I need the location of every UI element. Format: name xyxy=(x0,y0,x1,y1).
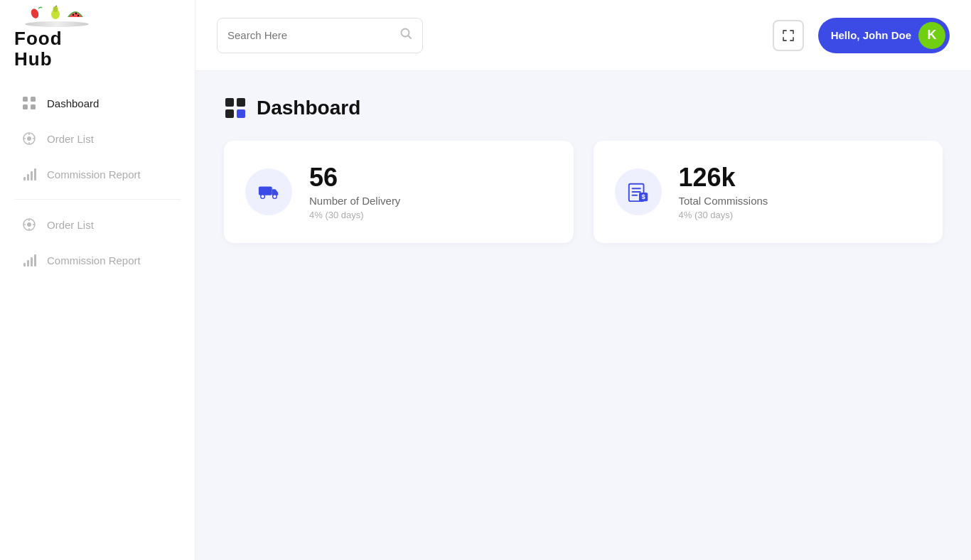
svg-point-0 xyxy=(30,8,40,20)
pear-icon xyxy=(48,4,63,20)
svg-point-5 xyxy=(77,15,79,16)
delivery-value: 56 xyxy=(309,163,400,192)
logo-plate xyxy=(25,21,89,27)
logo-fruits xyxy=(29,4,85,20)
svg-point-3 xyxy=(73,14,74,16)
svg-point-38 xyxy=(273,195,277,199)
search-input[interactable] xyxy=(227,29,392,41)
delivery-stat-info: 56 Number of Delivery 4% (30 days) xyxy=(309,163,400,220)
sidebar-item-label: Commission Report xyxy=(47,254,141,266)
svg-point-2 xyxy=(53,6,58,12)
delivery-truck-icon xyxy=(257,181,280,203)
commissions-sub: 4% (30 days) xyxy=(679,210,768,220)
svg-rect-7 xyxy=(31,97,36,102)
search-bar[interactable] xyxy=(217,18,423,53)
watermelon-icon xyxy=(66,4,85,20)
header: Hello, John Doe K xyxy=(195,0,971,71)
svg-rect-32 xyxy=(225,98,234,107)
commissions-value: 126k xyxy=(679,163,768,192)
svg-rect-26 xyxy=(23,263,26,266)
sidebar-item-commission-report[interactable]: Commission Report xyxy=(0,156,195,192)
svg-point-11 xyxy=(27,136,31,141)
logo-area: Food Hub xyxy=(0,0,195,71)
svg-rect-35 xyxy=(237,109,245,118)
sidebar: Food Hub Dashboard xyxy=(0,0,195,560)
svg-rect-6 xyxy=(23,97,28,102)
user-greeting: Hello, John Doe xyxy=(831,29,911,41)
chili-icon xyxy=(29,4,45,20)
svg-rect-9 xyxy=(31,104,36,109)
main-content: Hello, John Doe K Dashboard xyxy=(195,0,971,560)
search-icon xyxy=(399,27,412,43)
page-title: Dashboard xyxy=(257,97,360,119)
svg-point-4 xyxy=(75,13,77,14)
svg-point-37 xyxy=(261,195,265,199)
svg-text:$: $ xyxy=(641,193,645,200)
delivery-icon-wrap xyxy=(245,168,292,215)
sidebar-item-dashboard[interactable]: Dashboard xyxy=(0,85,195,121)
fullscreen-button[interactable] xyxy=(773,20,804,51)
order-list-icon xyxy=(21,131,37,146)
sidebar-nav: Dashboard Order List xyxy=(0,71,195,560)
commissions-icon-wrap: $ xyxy=(615,168,662,215)
svg-line-31 xyxy=(409,36,412,39)
svg-point-30 xyxy=(402,29,409,37)
dashboard-squares-icon xyxy=(224,97,247,119)
app-logo: Food Hub xyxy=(14,4,100,69)
dashboard-icon xyxy=(21,95,37,111)
sidebar-item-label: Order List xyxy=(47,219,94,231)
sidebar-item-label: Order List xyxy=(47,133,94,145)
sidebar-item-label: Commission Report xyxy=(47,168,141,181)
delivery-stat-card: 56 Number of Delivery 4% (30 days) xyxy=(224,141,574,243)
svg-rect-19 xyxy=(34,168,36,181)
logo-text: Food Hub xyxy=(14,28,100,69)
svg-rect-36 xyxy=(259,186,272,195)
commission-icon-2 xyxy=(21,252,37,268)
svg-rect-16 xyxy=(23,177,26,181)
sidebar-item-order-list[interactable]: Order List xyxy=(0,121,195,156)
svg-rect-34 xyxy=(225,109,234,118)
sidebar-item-order-list-2[interactable]: Order List xyxy=(0,207,195,242)
user-menu-button[interactable]: Hello, John Doe K xyxy=(818,18,950,53)
commission-icon xyxy=(21,166,37,182)
delivery-label: Number of Delivery xyxy=(309,195,400,207)
sidebar-item-commission-report-2[interactable]: Commission Report xyxy=(0,242,195,278)
stats-cards-row: 56 Number of Delivery 4% (30 days) $ xyxy=(224,141,943,243)
sidebar-item-label: Dashboard xyxy=(47,97,99,109)
order-list-icon-2 xyxy=(21,217,37,232)
svg-rect-29 xyxy=(34,254,36,266)
delivery-sub: 4% (30 days) xyxy=(309,210,400,220)
svg-rect-17 xyxy=(27,174,29,181)
page-title-row: Dashboard xyxy=(224,97,943,119)
commissions-stat-info: 126k Total Commissions 4% (30 days) xyxy=(679,163,768,220)
svg-rect-28 xyxy=(31,257,33,266)
commissions-label: Total Commissions xyxy=(679,195,768,207)
svg-point-21 xyxy=(27,222,31,227)
svg-rect-18 xyxy=(31,171,33,181)
svg-rect-27 xyxy=(27,260,29,266)
svg-rect-8 xyxy=(23,104,28,109)
commissions-stat-card: $ 126k Total Commissions 4% (30 days) xyxy=(594,141,943,243)
svg-rect-33 xyxy=(237,98,245,107)
total-commissions-icon: $ xyxy=(627,181,650,203)
avatar: K xyxy=(918,22,945,49)
sidebar-divider xyxy=(14,199,181,200)
dashboard-content: Dashboard 56 Number of Delivery 4% (30 d… xyxy=(195,71,971,269)
